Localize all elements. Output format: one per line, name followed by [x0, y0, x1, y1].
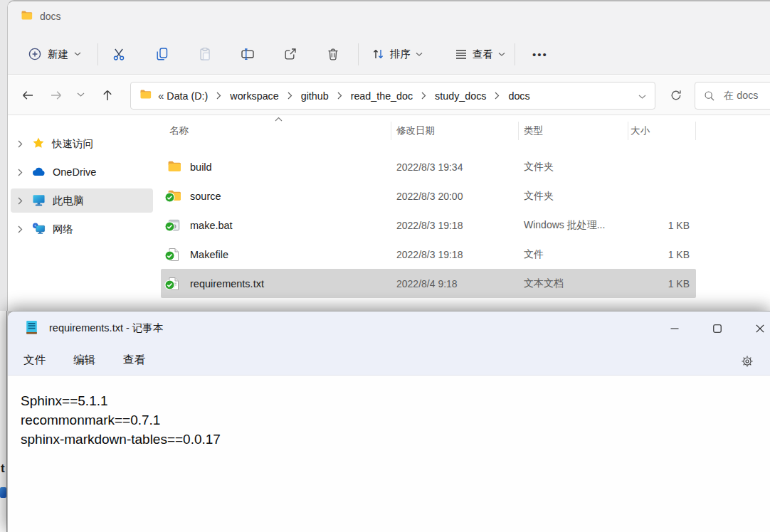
notepad-text-area[interactable]: Sphinx==5.1.1 recommonmark==0.7.1 sphinx… — [8, 376, 770, 532]
explorer-sidebar: 快速访问 OneDrive 此电脑 网络 — [8, 115, 159, 311]
column-header-type[interactable]: 类型 — [524, 115, 543, 147]
maximize-button[interactable] — [702, 312, 733, 345]
refresh-button[interactable] — [664, 83, 688, 107]
file-date: 2022/8/3 19:34 — [396, 152, 463, 181]
file-type: 文件夹 — [524, 181, 554, 211]
folder-icon — [139, 89, 152, 102]
menu-edit[interactable]: 编辑 — [72, 350, 97, 371]
notepad-titlebar[interactable]: requirements.txt - 记事本 — [8, 312, 770, 345]
explorer-titlebar[interactable]: docs — [8, 1, 770, 34]
chevron-right-icon[interactable] — [18, 197, 25, 205]
back-button[interactable] — [16, 84, 39, 107]
sidebar-item-label: 网络 — [53, 223, 73, 236]
chevron-down-icon — [498, 52, 505, 56]
chevron-right-icon[interactable] — [18, 225, 25, 233]
forward-button[interactable] — [45, 84, 68, 107]
file-row-build[interactable]: build 2022/8/3 19:34 文件夹 — [161, 152, 696, 181]
refresh-icon — [670, 89, 682, 102]
sort-ascending-icon — [275, 117, 283, 122]
menu-view[interactable]: 查看 — [122, 350, 147, 371]
more-options-button[interactable]: ••• — [526, 41, 554, 68]
chevron-down-icon — [416, 52, 423, 56]
address-dropdown-button[interactable] — [638, 90, 646, 102]
up-button[interactable] — [96, 84, 119, 107]
column-divider[interactable] — [695, 122, 696, 140]
chevron-right-icon[interactable] — [18, 169, 25, 176]
file-size: 1 KB — [586, 211, 690, 240]
explorer-tab[interactable]: docs — [21, 10, 61, 23]
scissors-icon — [112, 47, 127, 61]
gear-icon — [741, 355, 754, 368]
sidebar-item-label: 快速访问 — [52, 137, 93, 151]
share-icon — [283, 47, 297, 61]
settings-button[interactable] — [734, 353, 760, 370]
folder-icon — [21, 10, 33, 23]
breadcrumb-item[interactable]: docs — [507, 89, 531, 103]
search-input[interactable]: 在 docs — [695, 82, 770, 110]
sidebar-item-quick-access[interactable]: 快速访问 — [11, 132, 153, 156]
breadcrumb-item[interactable]: read_the_doc — [349, 89, 414, 103]
chevron-right-icon — [288, 92, 292, 100]
view-button[interactable]: 查看 — [450, 43, 510, 65]
column-header-name[interactable]: 名称 — [169, 115, 189, 147]
column-divider[interactable] — [391, 122, 391, 140]
explorer-tab-label: docs — [40, 11, 61, 22]
sync-check-icon — [164, 221, 175, 234]
sidebar-item-this-pc[interactable]: 此电脑 — [11, 188, 153, 213]
paste-button[interactable] — [191, 41, 219, 68]
column-divider[interactable] — [518, 122, 519, 140]
sidebar-item-label: 此电脑 — [53, 194, 84, 208]
copy-icon — [155, 47, 169, 61]
share-button[interactable] — [276, 41, 305, 68]
file-row-make-bat[interactable]: make.bat 2022/8/3 19:18 Windows 批处理... 1… — [161, 211, 696, 240]
new-button-label: 新建 — [48, 48, 68, 61]
sidebar-item-network[interactable]: 网络 — [11, 217, 153, 241]
file-type: 文本文档 — [524, 269, 564, 298]
file-date: 2022/8/3 19:18 — [396, 240, 463, 269]
file-name: Makefile — [190, 240, 228, 269]
toolbar-divider — [97, 43, 98, 65]
column-header-date[interactable]: 修改日期 — [396, 115, 435, 147]
copy-button[interactable] — [148, 41, 176, 68]
cut-button[interactable] — [105, 41, 134, 68]
chevron-right-icon[interactable] — [18, 140, 25, 148]
network-icon — [32, 222, 46, 237]
address-bar[interactable]: « Data (D:) workspace github read_the_do… — [130, 82, 655, 110]
close-button[interactable] — [744, 312, 770, 345]
sync-check-icon — [164, 280, 175, 292]
clipboard-icon — [198, 47, 212, 61]
rename-button[interactable] — [233, 41, 262, 68]
column-header-size[interactable]: 大小 — [631, 115, 650, 147]
file-date: 2022/8/3 20:00 — [396, 181, 463, 211]
column-divider[interactable] — [628, 122, 628, 140]
file-size — [586, 152, 690, 181]
file-row-requirements-txt[interactable]: requirements.txt 2022/8/4 9:18 文本文档 1 KB — [161, 269, 696, 298]
minimize-icon — [670, 324, 680, 334]
folder-icon — [167, 152, 184, 181]
background-icon-fragment — [0, 487, 6, 498]
trash-icon — [326, 47, 340, 61]
breadcrumb-overflow-chevron[interactable]: « — [158, 90, 164, 102]
sidebar-item-label: OneDrive — [53, 166, 96, 178]
text-file-icon — [167, 269, 184, 298]
breadcrumb-item[interactable]: study_docs — [433, 89, 487, 103]
delete-button[interactable] — [319, 41, 347, 68]
recent-locations-button[interactable] — [72, 84, 89, 107]
breadcrumb-item[interactable]: workspace — [228, 89, 280, 103]
chevron-right-icon — [421, 92, 426, 100]
breadcrumb-item[interactable]: Data (D:) — [165, 89, 209, 103]
breadcrumb-item[interactable]: github — [300, 89, 330, 103]
sidebar-item-onedrive[interactable]: OneDrive — [11, 160, 153, 184]
file-date: 2022/8/3 19:18 — [396, 211, 463, 240]
plus-circle-icon — [28, 47, 42, 61]
sort-button[interactable]: 排序 — [367, 43, 427, 65]
maximize-icon — [712, 324, 722, 334]
new-button[interactable]: 新建 — [22, 43, 87, 65]
file-row-source[interactable]: source 2022/8/3 20:00 文件夹 — [161, 181, 696, 211]
minimize-button[interactable] — [659, 312, 690, 345]
menu-file[interactable]: 文件 — [22, 350, 47, 371]
close-icon — [755, 324, 765, 334]
background-text-fragment: t — [1, 462, 5, 476]
file-row-makefile[interactable]: Makefile 2022/8/3 19:18 文件 1 KB — [161, 240, 696, 269]
file-name: build — [190, 152, 212, 181]
